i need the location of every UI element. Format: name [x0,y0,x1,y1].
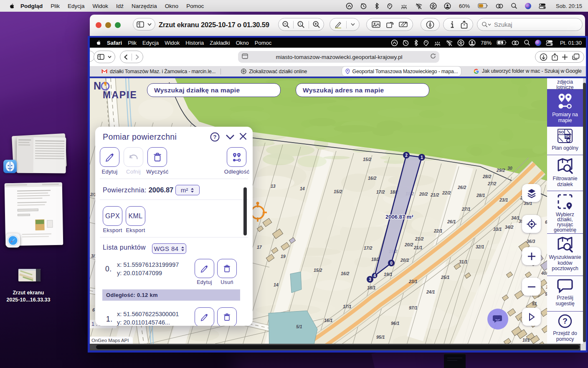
svg-text:27/2: 27/2 [487,181,497,186]
svg-text:22/1: 22/1 [433,228,443,233]
svg-text:29/2: 29/2 [496,168,505,173]
svg-text:14: 14 [300,186,305,191]
svg-text:16/1: 16/1 [324,318,333,323]
svg-text:21/2: 21/2 [415,236,424,241]
svg-text:15/2: 15/2 [314,268,322,273]
svg-text:20/2: 20/2 [419,192,428,197]
svg-text:14: 14 [274,282,279,287]
svg-text:1: 1 [421,155,423,160]
svg-text:27/1: 27/1 [461,207,471,212]
svg-text:17/1: 17/1 [343,304,352,309]
svg-text:31/1: 31/1 [459,259,468,264]
svg-text:SO: SO [558,130,564,134]
svg-text:101: 101 [522,337,530,342]
svg-text:23/1: 23/1 [408,279,418,284]
svg-text:2006.87 m²: 2006.87 m² [385,214,413,220]
svg-text:2: 2 [405,153,408,158]
svg-text:25/1: 25/1 [441,275,450,280]
svg-text:51: 51 [532,301,537,306]
svg-text:?: ? [213,134,217,140]
svg-text:30: 30 [507,166,512,171]
svg-text:15/2: 15/2 [363,157,372,162]
svg-text:36/3: 36/3 [527,239,535,244]
svg-text:96/1: 96/1 [391,321,400,326]
svg-text:MAPIE: MAPIE [103,89,137,100]
svg-text:33/1: 33/1 [493,227,502,232]
svg-text:3: 3 [369,277,371,282]
svg-text:34/2: 34/2 [505,225,514,230]
svg-text:16/2: 16/2 [341,271,350,276]
svg-text:21/2: 21/2 [430,192,439,197]
svg-text:20/2: 20/2 [404,242,413,247]
svg-text:24/1: 24/1 [426,289,435,294]
svg-text:16/2: 16/2 [368,176,377,181]
svg-text:19/1: 19/1 [384,272,393,277]
svg-text:15/2: 15/2 [334,189,342,194]
svg-text:4: 4 [373,273,376,278]
svg-text:18/1: 18/1 [367,285,376,290]
svg-text:17/2: 17/2 [376,189,385,194]
svg-text:22/2: 22/2 [442,190,451,195]
svg-text:40/2: 40/2 [541,271,547,276]
svg-text:19: 19 [281,254,286,259]
svg-text:6: 6 [92,307,95,312]
svg-text:23/1: 23/1 [499,197,508,202]
svg-text:N: N [94,80,101,92]
svg-text:32/1: 32/1 [476,244,484,249]
svg-text:95/1: 95/1 [376,335,385,340]
svg-text:0: 0 [390,261,393,266]
svg-text:1: 1 [300,22,302,25]
svg-text:5/1: 5/1 [296,324,302,329]
svg-text:SK: SK [565,134,570,138]
svg-text:?: ? [563,317,568,325]
svg-text:97/1: 97/1 [409,305,418,310]
svg-text:13: 13 [271,184,276,189]
svg-text:28/1: 28/1 [476,193,485,198]
svg-text:26/2: 26/2 [457,185,466,190]
svg-text:17: 17 [257,245,262,250]
svg-text:26/1: 26/1 [447,219,456,224]
svg-text:17/2: 17/2 [364,245,373,250]
svg-text:28/2: 28/2 [482,174,492,179]
svg-text:21/1: 21/1 [413,245,423,250]
svg-text:20/1: 20/1 [400,258,409,263]
